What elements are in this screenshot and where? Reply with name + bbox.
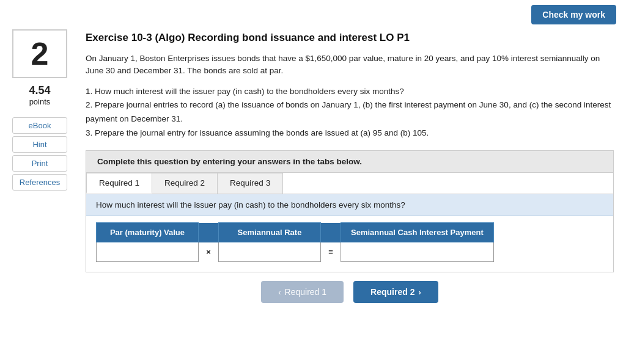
exercise-description: On January 1, Boston Enterprises issues … [86,53,614,78]
par-value-input[interactable] [101,245,193,259]
sidebar-item-ebook[interactable]: eBook [12,117,67,134]
points-value: 4.54 [29,84,50,97]
input-table: Par (maturity) Value Semiannual Rate Sem… [96,222,494,262]
prev-button[interactable]: ‹ Required 1 [261,281,344,303]
next-button-label: Required 2 [370,287,414,297]
content-area: Exercise 10-3 (Algo) Recording bond issu… [79,29,626,313]
col-header-spacer2 [321,223,341,242]
tabs-container: Required 1 Required 2 Required 3 How muc… [86,173,614,272]
numbered-item-3: 3. Prepare the journal entry for issuanc… [86,126,614,140]
tab-required2[interactable]: Required 2 [152,173,218,194]
points-display: 4.54 points [29,84,50,106]
semi-rate-cell[interactable] [219,242,321,262]
col-header-cash-payment: Semiannual Cash Interest Payment [341,223,494,242]
tabs-row: Required 1 Required 2 Required 3 [86,173,613,194]
check-my-work-button[interactable]: Check my work [531,5,616,24]
left-sidebar: 2 4.54 points eBook Hint Print Reference… [0,29,79,313]
equals-operator: = [321,242,341,262]
sidebar-item-references[interactable]: References [12,174,67,191]
next-button[interactable]: Required 2 › [353,281,438,303]
instruction-box: Complete this question by entering your … [86,150,614,173]
problem-number: 2 [12,29,67,78]
numbered-list: 1. How much interest will the issuer pay… [86,85,614,141]
col-header-par-value: Par (maturity) Value [97,223,199,242]
prev-arrow-icon: ‹ [278,288,281,297]
numbered-item-1: 1. How much interest will the issuer pay… [86,85,614,99]
cash-payment-input[interactable] [371,245,463,259]
sidebar-item-print[interactable]: Print [12,155,67,172]
table-area: Par (maturity) Value Semiannual Rate Sem… [86,216,613,272]
points-label-text: points [29,97,50,106]
tab-required1[interactable]: Required 1 [86,173,152,194]
col-header-semi-rate: Semiannual Rate [219,223,321,242]
numbered-item-2: 2. Prepare journal entries to record (a)… [86,98,614,126]
nav-buttons: ‹ Required 1 Required 2 › [86,272,614,307]
col-header-spacer [199,223,219,242]
par-value-cell[interactable] [97,242,199,262]
prev-button-label: Required 1 [285,287,327,297]
cash-payment-cell[interactable] [341,242,494,262]
tab-required3[interactable]: Required 3 [217,173,283,194]
semi-rate-input[interactable] [224,245,315,259]
exercise-title: Exercise 10-3 (Algo) Recording bond issu… [86,32,614,44]
tab-question: How much interest will the issuer pay (i… [86,194,613,216]
next-arrow-icon: › [418,288,421,297]
sidebar-links: eBook Hint Print References [6,117,73,191]
sidebar-item-hint[interactable]: Hint [12,136,67,153]
multiply-operator: × [199,242,219,262]
